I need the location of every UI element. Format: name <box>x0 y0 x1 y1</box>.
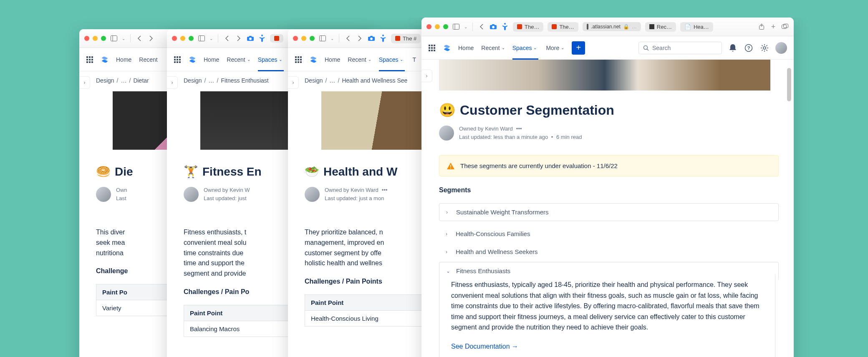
back-icon[interactable] <box>223 35 231 42</box>
new-tab-icon[interactable]: + <box>770 23 777 30</box>
expand-sidebar-icon[interactable]: › <box>79 76 90 89</box>
forward-icon[interactable] <box>147 35 155 42</box>
nav-recent[interactable]: Recent ⌄ <box>481 45 505 51</box>
close-window-icon[interactable] <box>293 36 298 41</box>
confluence-logo-icon[interactable] <box>443 44 451 52</box>
nav-recent[interactable]: Recent ⌄ <box>348 56 371 63</box>
segment-item[interactable]: › Sustainable Weight Transformers <box>439 203 779 221</box>
last-updated-text: Last updated: less than a minute ago <box>459 134 548 140</box>
minimize-window-icon[interactable] <box>435 24 440 29</box>
nav-spaces[interactable]: Spaces ⌄ <box>379 56 405 63</box>
svg-rect-37 <box>300 59 302 60</box>
share-icon[interactable] <box>758 23 765 30</box>
settings-icon[interactable] <box>760 43 770 53</box>
expand-sidebar-icon[interactable]: › <box>167 76 178 89</box>
create-button[interactable]: + <box>572 41 585 55</box>
svg-rect-26 <box>320 36 326 41</box>
browser-tab[interactable] <box>270 34 283 43</box>
accessibility-icon[interactable] <box>501 23 509 30</box>
svg-rect-39 <box>298 61 299 63</box>
expand-sidebar-icon[interactable]: › <box>421 70 432 82</box>
lock-icon: 🔒 <box>623 24 629 30</box>
browser-tab[interactable]: The # <box>391 34 421 43</box>
sidebar-toggle-icon[interactable] <box>110 35 118 42</box>
sidebar-toggle-icon[interactable] <box>452 23 460 30</box>
svg-rect-24 <box>177 61 178 63</box>
maximize-window-icon[interactable] <box>443 24 448 29</box>
forward-icon[interactable] <box>235 35 242 42</box>
svg-rect-50 <box>429 45 430 46</box>
confluence-logo-icon[interactable] <box>189 56 196 63</box>
more-actions-icon[interactable]: ••• <box>382 186 388 194</box>
close-window-icon[interactable] <box>84 36 89 41</box>
nav-more[interactable]: T <box>412 56 416 63</box>
forward-icon[interactable] <box>356 35 363 42</box>
nav-home[interactable]: Home <box>458 45 474 51</box>
profile-avatar[interactable] <box>775 42 787 54</box>
search-input[interactable]: Search <box>638 42 722 54</box>
browser-tab[interactable]: The… <box>548 22 578 32</box>
svg-line-60 <box>647 49 649 50</box>
avatar[interactable] <box>96 187 111 202</box>
close-window-icon[interactable] <box>172 36 177 41</box>
minimize-window-icon[interactable] <box>93 36 98 41</box>
last-updated-text: Last updated: just a mon <box>325 194 388 203</box>
nav-recent[interactable]: Recent ⌄ <box>227 56 250 63</box>
notifications-icon[interactable] <box>728 43 738 53</box>
address-bar[interactable]: .atlassian.net 🔒 … <box>583 22 641 31</box>
maximize-window-icon[interactable] <box>310 36 315 41</box>
warning-panel: These segments are currently under evalu… <box>439 155 779 176</box>
maximize-window-icon[interactable] <box>101 36 106 41</box>
camera-icon[interactable] <box>247 35 254 42</box>
back-icon[interactable] <box>136 35 143 42</box>
warning-text: These segments are currently under evalu… <box>460 162 618 169</box>
svg-point-30 <box>370 38 373 40</box>
app-switcher-icon[interactable] <box>174 56 181 63</box>
avatar[interactable] <box>184 187 199 202</box>
chevron-right-icon: › <box>446 249 451 255</box>
expand-sidebar-icon[interactable]: › <box>288 76 299 89</box>
back-icon[interactable] <box>478 23 485 30</box>
nav-recent[interactable]: Recent <box>139 56 157 63</box>
svg-point-16 <box>261 35 263 36</box>
minimize-window-icon[interactable] <box>180 36 185 41</box>
segment-item[interactable]: › Health and Wellness Seekers <box>439 244 779 259</box>
sidebar-toggle-icon[interactable] <box>319 35 326 42</box>
back-icon[interactable] <box>344 35 352 42</box>
camera-icon[interactable] <box>490 23 497 30</box>
more-actions-icon[interactable]: ••• <box>516 125 522 133</box>
close-window-icon[interactable] <box>426 24 431 29</box>
page-cover-image <box>439 60 770 91</box>
browser-tab[interactable]: The… <box>513 22 543 32</box>
scrollbar[interactable] <box>787 68 791 101</box>
avatar[interactable] <box>305 187 320 202</box>
nav-more[interactable]: More ⌄ <box>546 45 564 51</box>
browser-tab[interactable]: Rec… <box>645 22 676 32</box>
svg-rect-48 <box>782 25 787 29</box>
segments-heading: Segments <box>439 186 782 194</box>
camera-icon[interactable] <box>368 35 375 42</box>
see-documentation-link[interactable]: See Documentation → <box>451 341 518 352</box>
app-switcher-icon[interactable] <box>86 56 93 63</box>
avatar[interactable] <box>439 126 454 141</box>
app-switcher-icon[interactable] <box>295 56 302 63</box>
nav-spaces[interactable]: Spaces ⌄ <box>258 56 284 63</box>
accessibility-icon[interactable] <box>379 35 387 42</box>
nav-home[interactable]: Home <box>116 56 131 63</box>
svg-point-31 <box>382 35 384 36</box>
maximize-window-icon[interactable] <box>189 36 194 41</box>
last-updated-text: Last <box>116 194 127 203</box>
browser-tab[interactable]: 📄Hea… <box>680 22 713 32</box>
accessibility-icon[interactable] <box>258 35 266 42</box>
sidebar-toggle-icon[interactable] <box>198 35 205 42</box>
help-icon[interactable]: ? <box>744 43 754 53</box>
confluence-logo-icon[interactable] <box>101 56 108 63</box>
nav-home[interactable]: Home <box>325 56 340 63</box>
nav-home[interactable]: Home <box>204 56 219 63</box>
app-switcher-icon[interactable] <box>428 44 436 52</box>
minimize-window-icon[interactable] <box>301 36 306 41</box>
nav-spaces[interactable]: Spaces ⌄ <box>512 45 539 51</box>
confluence-logo-icon[interactable] <box>310 56 317 63</box>
segment-item[interactable]: › Health-Conscious Families <box>439 226 779 241</box>
tab-overview-icon[interactable] <box>781 23 789 30</box>
